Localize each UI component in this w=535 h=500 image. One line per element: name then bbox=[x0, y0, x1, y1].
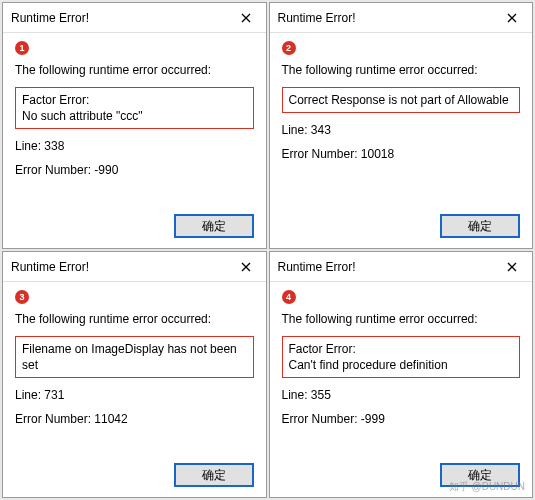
window-title: Runtime Error! bbox=[11, 260, 89, 274]
runtime-error-dialog: Runtime Error! 4 The following runtime e… bbox=[269, 251, 534, 498]
error-message-box: Correct Response is not part of Allowabl… bbox=[282, 87, 521, 113]
close-button[interactable] bbox=[500, 255, 524, 279]
number-badge: 4 bbox=[282, 290, 296, 304]
number-badge: 1 bbox=[15, 41, 29, 55]
error-message-box: Factor Error: No such attribute "ccc" bbox=[15, 87, 254, 129]
error-heading: The following runtime error occurred: bbox=[282, 312, 521, 326]
number-badge: 2 bbox=[282, 41, 296, 55]
close-icon bbox=[507, 13, 517, 23]
close-icon bbox=[241, 13, 251, 23]
window-title: Runtime Error! bbox=[278, 260, 356, 274]
error-number: Error Number: 10018 bbox=[282, 147, 521, 161]
titlebar: Runtime Error! bbox=[270, 252, 533, 282]
close-button[interactable] bbox=[234, 6, 258, 30]
runtime-error-dialog: Runtime Error! 2 The following runtime e… bbox=[269, 2, 534, 249]
close-button[interactable] bbox=[234, 255, 258, 279]
dialog-body: 2 The following runtime error occurred: … bbox=[270, 33, 533, 206]
dialog-body: 4 The following runtime error occurred: … bbox=[270, 282, 533, 455]
number-badge: 3 bbox=[15, 290, 29, 304]
close-icon bbox=[507, 262, 517, 272]
error-heading: The following runtime error occurred: bbox=[15, 312, 254, 326]
dialog-footer: 确定 bbox=[3, 455, 266, 497]
ok-button[interactable]: 确定 bbox=[174, 214, 254, 238]
error-heading: The following runtime error occurred: bbox=[282, 63, 521, 77]
error-message-box: Factor Error: Can't find procedure defin… bbox=[282, 336, 521, 378]
line-number: Line: 343 bbox=[282, 123, 521, 137]
error-number: Error Number: 11042 bbox=[15, 412, 254, 426]
ok-button[interactable]: 确定 bbox=[440, 214, 520, 238]
dialog-body: 1 The following runtime error occurred: … bbox=[3, 33, 266, 206]
titlebar: Runtime Error! bbox=[270, 3, 533, 33]
titlebar: Runtime Error! bbox=[3, 3, 266, 33]
dialog-grid: Runtime Error! 1 The following runtime e… bbox=[0, 0, 535, 500]
ok-button[interactable]: 确定 bbox=[174, 463, 254, 487]
error-message-box: Filename on ImageDisplay has not been se… bbox=[15, 336, 254, 378]
line-number: Line: 355 bbox=[282, 388, 521, 402]
line-number: Line: 731 bbox=[15, 388, 254, 402]
dialog-footer: 确定 bbox=[270, 206, 533, 248]
titlebar: Runtime Error! bbox=[3, 252, 266, 282]
close-icon bbox=[241, 262, 251, 272]
window-title: Runtime Error! bbox=[11, 11, 89, 25]
ok-button[interactable]: 确定 bbox=[440, 463, 520, 487]
close-button[interactable] bbox=[500, 6, 524, 30]
error-number: Error Number: -990 bbox=[15, 163, 254, 177]
dialog-body: 3 The following runtime error occurred: … bbox=[3, 282, 266, 455]
dialog-footer: 确定 bbox=[3, 206, 266, 248]
error-heading: The following runtime error occurred: bbox=[15, 63, 254, 77]
error-number: Error Number: -999 bbox=[282, 412, 521, 426]
runtime-error-dialog: Runtime Error! 1 The following runtime e… bbox=[2, 2, 267, 249]
line-number: Line: 338 bbox=[15, 139, 254, 153]
window-title: Runtime Error! bbox=[278, 11, 356, 25]
runtime-error-dialog: Runtime Error! 3 The following runtime e… bbox=[2, 251, 267, 498]
dialog-footer: 确定 bbox=[270, 455, 533, 497]
